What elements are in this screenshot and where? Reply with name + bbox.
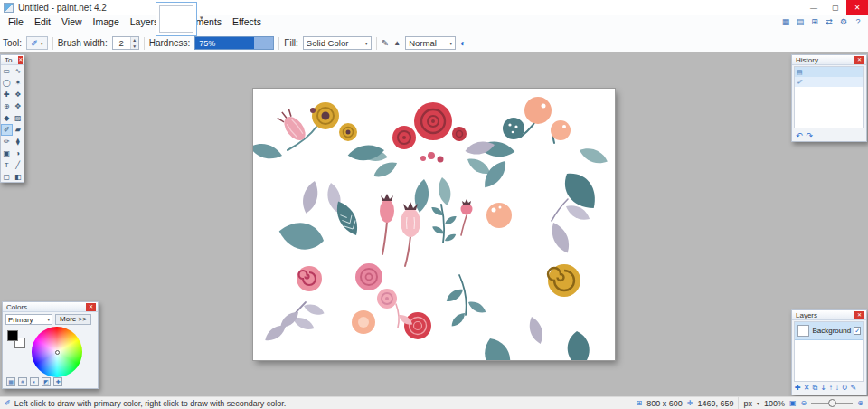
antialiasing-icon[interactable]: ✎	[382, 36, 389, 50]
zoom-slider-thumb[interactable]	[828, 399, 836, 407]
menu-file[interactable]: File	[3, 15, 29, 28]
close-icon[interactable]: ✕	[86, 303, 96, 311]
colors-panel-titlebar[interactable]: Colors ✕	[3, 302, 98, 312]
zoom-out-icon[interactable]: ⊖	[801, 399, 807, 407]
history-list: ▤✐	[794, 66, 864, 128]
tool-color-picker[interactable]: ⧫	[13, 136, 24, 147]
duplicate-layer-icon[interactable]: ⧉	[812, 383, 817, 394]
settings-gear-icon[interactable]: ⚙	[838, 16, 849, 27]
status-hint: Left click to draw with primary color, r…	[14, 399, 287, 408]
tool-pan[interactable]: ✥	[13, 100, 24, 112]
tool-recolor[interactable]: ◑	[13, 147, 24, 159]
color-mode-value: Primary	[8, 316, 33, 324]
undo-icon[interactable]: ↶	[796, 130, 803, 141]
units-swap-icon[interactable]: ⇄	[824, 16, 835, 27]
tool-shapes[interactable]: ▢	[1, 171, 13, 183]
history-item-paintbrush[interactable]: ✐	[795, 77, 863, 87]
tool-zoom[interactable]: ⊕	[1, 100, 13, 112]
color-mode-select[interactable]: Primary ▾	[5, 314, 52, 325]
alpha-icon[interactable]: ◐	[30, 377, 39, 386]
blend-mode-value: Normal	[409, 38, 437, 48]
menu-edit[interactable]: Edit	[29, 15, 56, 28]
primary-color-swatch[interactable]	[7, 330, 18, 341]
maximize-button[interactable]: ▢	[825, 0, 846, 15]
cursor-position-value: 1469, 659	[697, 399, 733, 408]
tool-ellipse-select[interactable]: ◯	[1, 77, 13, 89]
tool-pencil[interactable]: ✏	[1, 136, 13, 147]
layer-thumbnail	[797, 325, 809, 337]
blend-mode-select[interactable]: Normal ▾	[405, 36, 456, 50]
image-list-chevron-icon[interactable]: ▾	[200, 14, 203, 22]
menu-effects[interactable]: Effects	[227, 15, 267, 28]
history-panel: History ✕ ▤✐ ↶ ↷	[791, 54, 867, 142]
fill-style-select[interactable]: Solid Color ▾	[303, 36, 372, 50]
tool-eraser[interactable]: ▰	[13, 124, 24, 136]
close-icon[interactable]: ✕	[18, 56, 23, 64]
close-button[interactable]: ✕	[846, 0, 868, 15]
reset-colors-icon[interactable]: ◩	[42, 377, 51, 386]
image-thumbnail	[159, 5, 193, 33]
rotate-zoom-icon[interactable]: ↻	[842, 383, 848, 394]
rulers-icon[interactable]: ▤	[795, 16, 806, 27]
menu-image[interactable]: Image	[88, 15, 125, 28]
color-wheel[interactable]	[32, 327, 82, 377]
move-layer-up-icon[interactable]: ↑	[829, 383, 833, 394]
app-icon	[4, 3, 14, 13]
close-icon[interactable]: ✕	[854, 311, 864, 319]
titlebar[interactable]: Untitled - paint.net 4.2 — ▢ ✕	[0, 0, 868, 15]
tool-color-replace[interactable]: ◧	[13, 171, 24, 183]
color-wheel-cursor[interactable]	[55, 350, 60, 355]
close-icon[interactable]: ✕	[854, 56, 864, 64]
more-colors-button[interactable]: More >>	[55, 314, 91, 325]
image-tab-selector[interactable]	[156, 2, 197, 36]
layers-panel-titlebar[interactable]: Layers ✕	[792, 310, 866, 320]
drawing-canvas[interactable]	[253, 89, 615, 360]
add-layer-icon[interactable]: ✚	[795, 383, 801, 394]
tool-magic-wand[interactable]: ✶	[13, 77, 24, 89]
zoom-in-icon[interactable]: ⊕	[857, 399, 863, 407]
tool-move-selected-pixels[interactable]: ✚	[1, 89, 13, 100]
redo-icon[interactable]: ↷	[807, 130, 814, 141]
minimize-button[interactable]: —	[803, 0, 825, 15]
layer-properties-icon[interactable]: ✎	[851, 383, 857, 394]
tool-paintbrush[interactable]: ✐	[1, 124, 13, 136]
alpha-blending-icon[interactable]: ◐	[460, 36, 466, 50]
palette-icon[interactable]: ▦	[6, 377, 15, 386]
fit-window-icon[interactable]: ▣	[789, 399, 797, 407]
move-layer-down-icon[interactable]: ↓	[835, 383, 839, 394]
tool-gradient[interactable]: ▨	[13, 112, 24, 124]
brush-width-stepper[interactable]: 2 ▲▼	[112, 36, 139, 50]
units-value[interactable]: px	[743, 399, 752, 408]
delete-layer-icon[interactable]: ✕	[804, 383, 810, 394]
tools-panel-titlebar[interactable]: To... ✕	[1, 55, 24, 65]
layer-visibility-checkbox[interactable]: ✓	[854, 327, 861, 335]
cursor-position-icon: ✛	[687, 399, 693, 407]
add-color-icon[interactable]: ✚	[53, 377, 62, 386]
zoom-slider[interactable]	[811, 399, 853, 408]
pixel-grid-icon[interactable]: ▦	[780, 16, 791, 27]
tool-dropdown[interactable]: ✐ ▾	[26, 36, 48, 50]
history-panel-title: History	[796, 56, 818, 64]
tool-line-curve[interactable]: ╱	[13, 159, 24, 171]
paintbrush-icon: ✐	[797, 79, 802, 86]
help-icon[interactable]: ?	[853, 16, 863, 27]
merge-down-icon[interactable]: ↧	[820, 383, 826, 394]
history-panel-titlebar[interactable]: History ✕	[792, 55, 866, 65]
brush-width-spin-arrows[interactable]: ▲▼	[130, 37, 138, 49]
tool-clone-stamp[interactable]: ▣	[1, 147, 13, 159]
hex-icon[interactable]: #	[18, 377, 27, 386]
status-right: ⊞ 800 x 600 ✛ 1469, 659 px ▾ 100% ▣ ⊖ ⊕	[636, 397, 863, 409]
menu-view[interactable]: View	[56, 15, 88, 28]
tool-rectangle-select[interactable]: ▭	[1, 65, 13, 77]
tool-text[interactable]: T	[1, 159, 13, 171]
tools-panel-title: To...	[5, 56, 18, 64]
tool-move-selection[interactable]: ❖	[13, 89, 24, 100]
tool-paint-bucket[interactable]: ◆	[1, 112, 13, 124]
layer-row-background[interactable]: Background✓	[795, 322, 863, 340]
snap-icon[interactable]: ⊞	[809, 16, 820, 27]
tool-lasso-select[interactable]: ∿	[13, 65, 24, 77]
spin-down-icon[interactable]: ▼	[131, 43, 138, 50]
history-item-new-image[interactable]: ▤	[795, 67, 863, 77]
chevron-down-icon[interactable]: ▾	[757, 400, 760, 406]
hardness-slider[interactable]: 75%	[194, 36, 274, 50]
